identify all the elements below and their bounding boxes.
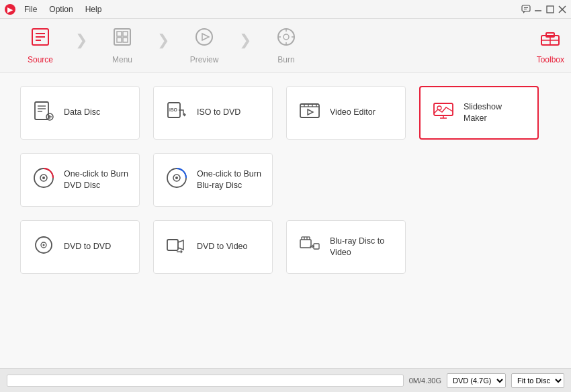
disc-type-select[interactable]: DVD (4.7G) BD-25 BD-50 [447, 373, 506, 388]
tool-row-1: Data Disc ISO ISO to DVD [20, 86, 551, 140]
titlebar: ▶ File Option Help [0, 0, 571, 19]
tool-data-disc[interactable]: Data Disc [20, 86, 140, 140]
bottombar: 0M/4.30G DVD (4.7G) BD-25 BD-50 Fit to D… [0, 368, 571, 392]
tool-dvd-to-video[interactable]: DVD to Video [153, 220, 273, 274]
arrow-1: ❯ [75, 32, 87, 49]
menu-step-icon [112, 26, 133, 52]
minimize-icon [533, 5, 543, 14]
svg-rect-16 [117, 38, 122, 42]
maximize-button[interactable] [545, 5, 555, 14]
svg-point-21 [283, 34, 289, 40]
video-editor-label: Video Editor [330, 107, 376, 119]
burn-step-icon [275, 26, 297, 52]
minimize-button[interactable] [533, 5, 543, 14]
preview-step-icon [193, 26, 215, 52]
tool-slideshow-maker[interactable]: Slideshow Maker [419, 86, 539, 140]
dvd-to-dvd-icon [32, 234, 56, 260]
step-burn-label: Burn [277, 55, 294, 64]
stepbar: Source ❯ Menu ❯ Preview ❯ [0, 19, 571, 72]
iso-to-dvd-label: ISO to DVD [197, 107, 240, 119]
svg-point-59 [43, 244, 45, 246]
svg-rect-6 [547, 6, 554, 13]
oneclick-bluray-label: One-click to Burn Blu-ray Disc [197, 168, 261, 192]
step-source-label: Source [28, 55, 53, 64]
app-icon: ▶ [4, 3, 16, 15]
step-burn[interactable]: Burn [253, 22, 320, 69]
progress-bar [7, 375, 404, 387]
menu-help[interactable]: Help [80, 3, 107, 15]
tool-dvd-to-dvd[interactable]: DVD to DVD [20, 220, 140, 274]
storage-display: 0M/4.30G [409, 377, 441, 385]
oneclick-bluray-icon [165, 166, 189, 195]
svg-rect-17 [123, 38, 128, 42]
svg-text:▶: ▶ [7, 6, 13, 13]
slideshow-maker-label: Slideshow Maker [464, 101, 527, 125]
iso-to-dvd-icon: ISO [165, 100, 189, 126]
menu-option[interactable]: Option [44, 3, 78, 15]
arrow-2: ❯ [157, 32, 169, 49]
main-content: Data Disc ISO ISO to DVD [0, 72, 571, 368]
maximize-icon [545, 5, 555, 14]
data-disc-label: Data Disc [64, 107, 100, 119]
menu-file[interactable]: File [19, 3, 42, 15]
tool-video-editor[interactable]: Video Editor [286, 86, 406, 140]
arrow-3: ❯ [239, 32, 251, 49]
data-disc-icon [32, 100, 56, 126]
tool-oneclick-dvd[interactable]: One-click to Burn DVD Disc [20, 153, 140, 207]
dvd-to-video-icon [165, 234, 189, 260]
tool-row-3: DVD to DVD DVD to Video [20, 220, 551, 274]
tool-oneclick-bluray[interactable]: One-click to Burn Blu-ray Disc [153, 153, 273, 207]
step-menu-label: Menu [112, 55, 132, 64]
step-source[interactable]: Source [7, 22, 74, 69]
oneclick-dvd-icon [32, 166, 56, 195]
tool-row-2: One-click to Burn DVD Disc One-click to … [20, 153, 551, 207]
svg-rect-2 [522, 5, 530, 11]
close-button[interactable] [558, 5, 567, 14]
svg-marker-19 [202, 34, 209, 40]
svg-point-56 [175, 177, 178, 179]
close-icon [558, 5, 567, 14]
video-editor-icon [298, 100, 322, 126]
chat-icon-button[interactable] [521, 5, 531, 14]
bluray-to-video-label: Blu-ray Disc to Video [330, 236, 394, 259]
menu-bar: File Option Help [19, 3, 107, 15]
bluray-to-video-icon [298, 234, 322, 260]
titlebar-controls [521, 5, 567, 14]
step-menu[interactable]: Menu [89, 22, 156, 69]
chat-icon [521, 5, 531, 14]
toolbox-icon [539, 26, 561, 52]
svg-rect-15 [123, 32, 128, 36]
tool-bluray-to-video[interactable]: Blu-ray Disc to Video [286, 220, 406, 274]
step-preview[interactable]: Preview [171, 22, 238, 69]
slideshow-maker-icon [431, 100, 455, 126]
source-icon [30, 26, 51, 52]
toolbox-label: Toolbox [537, 55, 564, 64]
fit-mode-select[interactable]: Fit to Disc No Menu [511, 373, 564, 388]
svg-point-53 [42, 177, 45, 179]
toolbox-button[interactable]: Toolbox [537, 26, 564, 64]
svg-text:ISO: ISO [169, 107, 178, 112]
svg-rect-69 [314, 244, 319, 249]
oneclick-dvd-label: One-click to Burn DVD Disc [64, 168, 128, 192]
svg-marker-45 [308, 109, 313, 115]
titlebar-left: ▶ File Option Help [4, 3, 107, 15]
step-preview-label: Preview [190, 55, 219, 64]
svg-rect-14 [117, 32, 122, 36]
tool-iso-to-dvd[interactable]: ISO ISO to DVD [153, 86, 273, 140]
svg-rect-62 [300, 240, 311, 248]
dvd-to-video-label: DVD to Video [197, 241, 248, 253]
svg-rect-60 [167, 240, 178, 250]
dvd-to-dvd-label: DVD to DVD [64, 241, 111, 253]
